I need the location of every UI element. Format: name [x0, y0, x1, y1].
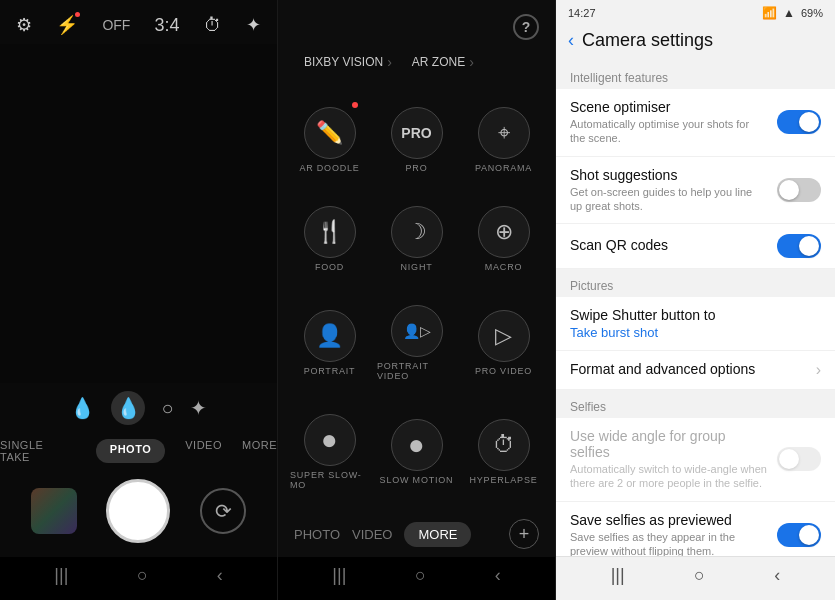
- filter-water-icon[interactable]: ○: [161, 397, 173, 420]
- effects-icon[interactable]: ✦: [246, 14, 261, 36]
- scene-optimiser-thumb: [799, 112, 819, 132]
- video-bottom-btn[interactable]: VIDEO: [352, 527, 392, 542]
- selfies-label: Selfies: [556, 390, 835, 418]
- front-camera-button[interactable]: ⟳: [200, 488, 246, 534]
- camera-bottom-nav: ||| ○ ‹: [0, 557, 277, 600]
- camera-modes: SINGLE TAKE PHOTO VIDEO MORE: [0, 433, 277, 469]
- bixby-arrow-icon: ›: [387, 54, 392, 70]
- super-slowmo-mode[interactable]: ● SUPER SLOW-MO: [286, 398, 373, 507]
- more-mode[interactable]: MORE: [242, 439, 277, 463]
- save-selfies-toggle[interactable]: [777, 523, 821, 547]
- more-panel: ? BIXBY VISION › AR ZONE › ✏️ AR DOODLE …: [278, 0, 556, 600]
- settings-home-icon[interactable]: ○: [694, 565, 705, 586]
- macro-mode[interactable]: ⊕ MACRO: [460, 189, 547, 288]
- battery-level: 69%: [801, 7, 823, 19]
- swipe-shutter-label: Swipe Shutter button to: [570, 307, 811, 323]
- save-selfies-label: Save selfies as previewed: [570, 512, 767, 528]
- photo-mode[interactable]: PHOTO: [96, 439, 165, 463]
- format-advanced-item[interactable]: Format and advanced options ›: [556, 351, 835, 390]
- scan-qr-label: Scan QR codes: [570, 237, 767, 253]
- shot-suggestions-toggle[interactable]: [777, 178, 821, 202]
- super-slowmo-icon: ●: [304, 414, 356, 466]
- more-bottom-btn[interactable]: MORE: [404, 522, 471, 547]
- bixby-label: BIXBY VISION: [304, 55, 383, 69]
- wide-angle-selfies-toggle[interactable]: [777, 447, 821, 471]
- status-bar: 14:27 📶 ▲ 69%: [556, 0, 835, 22]
- add-mode-button[interactable]: +: [509, 519, 539, 549]
- more-home-icon[interactable]: ○: [415, 565, 426, 586]
- settings-bottom-nav: ||| ○ ‹: [556, 556, 835, 600]
- help-button[interactable]: ?: [513, 14, 539, 40]
- settings-icon[interactable]: ⚙: [16, 14, 32, 36]
- scene-optimiser-label: Scene optimiser: [570, 99, 767, 115]
- ar-doodle-dot: [352, 102, 358, 108]
- thumbnail-preview[interactable]: [31, 488, 77, 534]
- settings-back-nav-icon[interactable]: ‹: [774, 565, 780, 586]
- more-bottom-nav: ||| ○ ‹: [278, 557, 555, 600]
- save-selfies-desc: Save selfies as they appear in the previ…: [570, 530, 767, 556]
- home-nav-icon[interactable]: ○: [137, 565, 148, 586]
- panorama-mode[interactable]: ⌖ PANORAMA: [460, 90, 547, 189]
- food-label: FOOD: [315, 262, 344, 272]
- settings-scroll[interactable]: Intelligent features Scene optimiser Aut…: [556, 61, 835, 556]
- food-mode[interactable]: 🍴 FOOD: [286, 189, 373, 288]
- filter-drop-icon[interactable]: 💧: [70, 396, 95, 420]
- wide-angle-selfies-item: Use wide angle for group selfies Automat…: [556, 418, 835, 502]
- filter-active-icon[interactable]: 💧: [111, 391, 145, 425]
- pro-video-icon: ▷: [478, 310, 530, 362]
- swipe-shutter-link[interactable]: Take burst shot: [570, 325, 811, 340]
- pro-icon: PRO: [391, 107, 443, 159]
- pro-mode[interactable]: PRO PRO: [373, 90, 460, 189]
- status-icons: 📶 ▲ 69%: [762, 6, 823, 20]
- recents-nav-icon[interactable]: |||: [54, 565, 68, 586]
- portrait-label: PORTRAIT: [304, 366, 356, 376]
- video-mode[interactable]: VIDEO: [185, 439, 222, 463]
- filter-sun-icon[interactable]: ✦: [190, 396, 207, 420]
- back-nav-icon[interactable]: ‹: [217, 565, 223, 586]
- timer-icon[interactable]: ⏱: [204, 15, 222, 36]
- ar-label: AR ZONE: [412, 55, 465, 69]
- scene-optimiser-toggle[interactable]: [777, 110, 821, 134]
- slow-motion-label: SLOW MOTION: [380, 475, 454, 485]
- save-selfies-thumb: [799, 525, 819, 545]
- photo-bottom-btn[interactable]: PHOTO: [294, 527, 340, 542]
- bixby-vision-button[interactable]: BIXBY VISION ›: [294, 48, 402, 76]
- settings-back-button[interactable]: ‹: [568, 30, 574, 51]
- panorama-label: PANORAMA: [475, 163, 532, 173]
- portrait-video-mode[interactable]: 👤▷ PORTRAIT VIDEO: [373, 289, 460, 398]
- more-recents-icon[interactable]: |||: [332, 565, 346, 586]
- flash-off-icon[interactable]: OFF: [102, 17, 130, 33]
- pro-video-label: PRO VIDEO: [475, 366, 532, 376]
- viewfinder: [0, 44, 277, 383]
- shot-suggestions-desc: Get on-screen guides to help you line up…: [570, 185, 767, 214]
- settings-header: ‹ Camera settings: [556, 22, 835, 61]
- single-take-mode[interactable]: SINGLE TAKE: [0, 439, 76, 463]
- flash-icon[interactable]: ⚡: [56, 14, 78, 36]
- save-selfies-item: Save selfies as previewed Save selfies a…: [556, 502, 835, 556]
- ar-zone-button[interactable]: AR ZONE ›: [402, 48, 484, 76]
- pro-video-mode[interactable]: ▷ PRO VIDEO: [460, 289, 547, 398]
- camera-top-bar: ⚙ ⚡ OFF 3:4 ⏱ ✦: [0, 0, 277, 44]
- scan-qr-item: Scan QR codes: [556, 224, 835, 269]
- pictures-label: Pictures: [556, 269, 835, 297]
- hyperlapse-label: HYPERLAPSE: [469, 475, 537, 485]
- food-icon: 🍴: [304, 206, 356, 258]
- night-mode[interactable]: ☽ NIGHT: [373, 189, 460, 288]
- wifi-icon: 📶: [762, 6, 777, 20]
- scene-optimiser-item: Scene optimiser Automatically optimise y…: [556, 89, 835, 157]
- ar-doodle-mode[interactable]: ✏️ AR DOODLE: [286, 90, 373, 189]
- portrait-mode[interactable]: 👤 PORTRAIT: [286, 289, 373, 398]
- settings-panel: 14:27 📶 ▲ 69% ‹ Camera settings Intellig…: [556, 0, 835, 600]
- modes-grid: ✏️ AR DOODLE PRO PRO ⌖ PANORAMA 🍴 FOOD ☽…: [278, 86, 555, 511]
- slow-motion-mode[interactable]: ● SLOW MOTION: [373, 398, 460, 507]
- hyperlapse-mode[interactable]: ⏱ HYPERLAPSE: [460, 398, 547, 507]
- wide-angle-selfies-label: Use wide angle for group selfies: [570, 428, 767, 460]
- swipe-shutter-item: Swipe Shutter button to Take burst shot: [556, 297, 835, 351]
- more-bottom-bar: PHOTO VIDEO MORE +: [278, 511, 555, 557]
- scan-qr-toggle[interactable]: [777, 234, 821, 258]
- ratio-icon[interactable]: 3:4: [155, 15, 180, 36]
- shutter-button[interactable]: [106, 479, 170, 543]
- settings-recents-icon[interactable]: |||: [611, 565, 625, 586]
- macro-icon: ⊕: [478, 206, 530, 258]
- more-back-icon[interactable]: ‹: [495, 565, 501, 586]
